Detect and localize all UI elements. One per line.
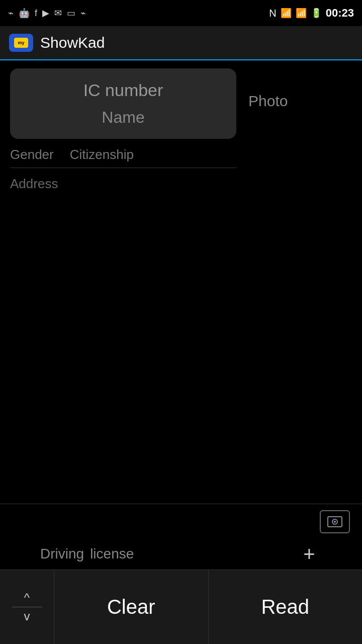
scroll-down-arrow[interactable]: v	[24, 610, 30, 622]
card-row: IC number Name Photo	[10, 68, 352, 139]
app-title: ShowKad	[40, 34, 105, 51]
ic-card: IC number Name	[10, 68, 236, 139]
bottom-toolbar: ^ v Clear Read	[0, 570, 362, 644]
driving-license-row: Driving license +	[0, 541, 362, 567]
arrow-divider	[12, 607, 42, 607]
app-bar: my ShowKad	[0, 26, 362, 60]
photo-label: Photo	[248, 93, 288, 110]
camera-area	[0, 504, 362, 539]
main-content: IC number Name Photo Gender Citizenship …	[0, 60, 362, 192]
tablet-icon: ▭	[67, 8, 75, 19]
driving-license-text: Driving license	[40, 546, 134, 562]
citizenship-label: Citizenship	[70, 147, 134, 163]
gender-label: Gender	[10, 147, 54, 163]
driving-word2: license	[90, 546, 134, 562]
status-icons-left: ⌁ 🤖 f ▶ ✉ ▭ ⌁	[8, 8, 86, 19]
app-logo: my	[9, 34, 33, 52]
ic-name-label: Name	[24, 108, 222, 127]
wifi-icon: 📶	[281, 8, 292, 19]
status-icons-right: N 📶 📶 🔋 00:23	[269, 7, 354, 20]
status-bar: ⌁ 🤖 f ▶ ✉ ▭ ⌁ N 📶 📶 🔋 00:23	[0, 0, 362, 26]
ic-number-label: IC number	[24, 80, 222, 100]
read-button[interactable]: Read	[209, 570, 363, 644]
usb-icon: ⌁	[8, 8, 14, 19]
scroll-up-arrow[interactable]: ^	[24, 592, 30, 604]
read-button-label: Read	[261, 596, 309, 618]
signal-icon: 📶	[296, 8, 307, 19]
facebook-icon: f	[35, 8, 37, 19]
camera-lens	[332, 519, 338, 525]
camera-dot	[334, 521, 336, 523]
add-driving-license-button[interactable]: +	[297, 541, 322, 567]
camera-icon[interactable]	[320, 510, 350, 533]
camera-body	[327, 516, 342, 527]
nav-arrows[interactable]: ^ v	[0, 570, 54, 644]
usb2-icon: ⌁	[80, 8, 86, 19]
info-row: Gender Citizenship	[10, 147, 236, 168]
clear-button-label: Clear	[107, 596, 155, 618]
address-label: Address	[10, 176, 352, 192]
driving-word1: Driving	[40, 546, 84, 562]
nfc-icon: N	[269, 8, 276, 19]
app-logo-text: my	[18, 40, 24, 45]
play-icon: ▶	[42, 8, 49, 19]
app-logo-inner: my	[14, 38, 28, 48]
clear-button[interactable]: Clear	[54, 570, 209, 644]
mail-icon: ✉	[54, 8, 62, 19]
android-icon: 🤖	[19, 8, 30, 19]
battery-icon: 🔋	[311, 8, 322, 19]
status-time: 00:23	[326, 7, 354, 20]
